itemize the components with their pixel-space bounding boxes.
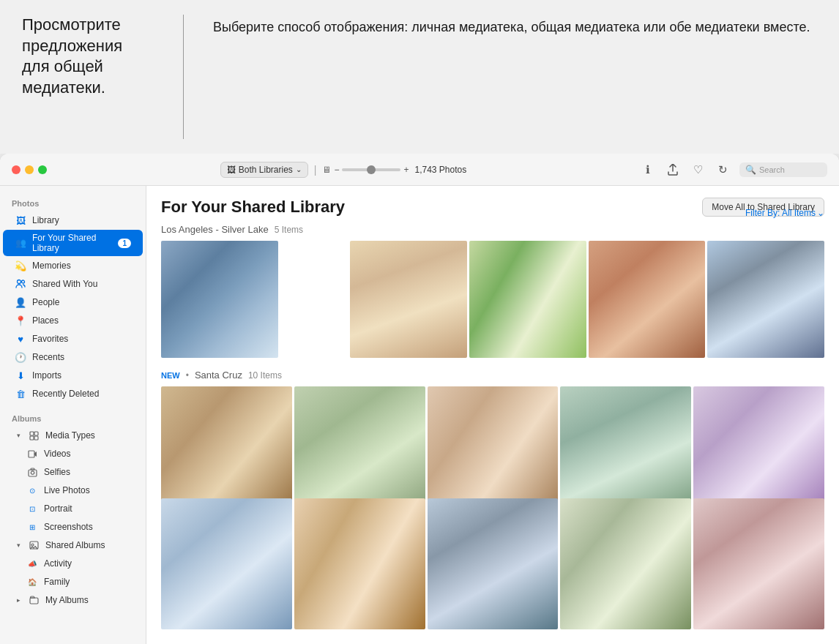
sidebar-item-media-types-toggle[interactable]: ▾ Media Types: [3, 427, 143, 444]
minimize-button[interactable]: [25, 165, 34, 174]
photo-cell[interactable]: [469, 241, 586, 358]
sidebar-item-library[interactable]: 🖼 Library: [3, 211, 143, 229]
photo-cell[interactable]: [560, 498, 691, 629]
tooltip-left-text: Просмотрите предложения для общей медиат…: [22, 15, 154, 139]
photo-cell[interactable]: [294, 498, 425, 629]
title-bar: 🖼 Both Libraries ⌄ | 🖥 − + 1,743 Photos …: [0, 154, 839, 186]
sidebar-item-videos[interactable]: Videos: [3, 445, 143, 463]
sidebar-label-recents: Recents: [32, 352, 131, 362]
sidebar-item-shared-albums-toggle[interactable]: ▾ Shared Albums: [3, 536, 143, 554]
media-types-icon: [28, 430, 40, 441]
tooltip-area: Просмотрите предложения для общей медиат…: [0, 0, 839, 154]
photo-cell[interactable]: [428, 498, 559, 629]
info-icon[interactable]: ℹ: [640, 162, 656, 178]
chevron-down-icon: ⌄: [817, 208, 824, 218]
photo-cell[interactable]: [161, 498, 292, 629]
zoom-slider[interactable]: [342, 168, 400, 171]
sidebar-label-selfies: Selfies: [44, 467, 131, 477]
sidebar-label-shared-albums: Shared Albums: [45, 540, 131, 550]
sidebar-item-screenshots[interactable]: ⊞ Screenshots: [3, 518, 143, 536]
sidebar-item-people[interactable]: 👤 People: [3, 293, 143, 311]
sidebar-item-live-photos[interactable]: ⊙ Live Photos: [3, 482, 143, 499]
share-icon[interactable]: [665, 162, 681, 178]
filter-button[interactable]: Filter By: All Items ⌄: [745, 208, 824, 218]
selfies-icon: [26, 466, 38, 478]
library-selector[interactable]: 🖼 Both Libraries ⌄: [220, 162, 308, 178]
sidebar-item-recents[interactable]: 🕐 Recents: [3, 348, 143, 366]
svg-point-1: [22, 280, 25, 283]
sidebar-item-places[interactable]: 📍 Places: [3, 312, 143, 329]
section2-count: 10 Items: [248, 370, 282, 381]
photo-cell[interactable]: [428, 386, 559, 517]
portrait-icon: ⊡: [26, 503, 38, 514]
library-selector-label: Both Libraries: [239, 165, 293, 175]
sidebar-label-places: Places: [32, 315, 131, 326]
maximize-button[interactable]: [38, 165, 47, 174]
zoom-minus[interactable]: −: [334, 165, 339, 175]
photo-cell[interactable]: [693, 498, 824, 629]
sidebar-item-recently-deleted[interactable]: 🗑 Recently Deleted: [3, 385, 143, 402]
sidebar-label-live-photos: Live Photos: [44, 485, 131, 495]
sidebar-item-activity[interactable]: 📣 Activity: [3, 555, 143, 572]
sidebar-item-my-albums-toggle[interactable]: ▸ My Albums: [3, 591, 143, 609]
zoom-controls: 🖥 − +: [322, 165, 409, 175]
photo-cell[interactable]: [161, 386, 292, 517]
zoom-plus[interactable]: +: [403, 165, 409, 175]
section2-header: NEW • Santa Cruz 10 Items: [161, 370, 824, 381]
albums-section-label: Albums: [0, 408, 146, 426]
sidebar-item-selfies[interactable]: Selfies: [3, 463, 143, 481]
sidebar-item-imports[interactable]: ⬇ Imports: [3, 367, 143, 384]
svg-rect-2: [30, 432, 34, 435]
heart-icon[interactable]: ♡: [690, 162, 706, 178]
toolbar-right: ℹ ♡ ↻ 🔍 Search: [640, 162, 827, 178]
shared-library-icon: 👥: [15, 237, 26, 249]
sidebar-label-screenshots: Screenshots: [44, 522, 131, 532]
photo-cell[interactable]: [161, 241, 278, 358]
toolbar-separator: |: [314, 164, 317, 176]
album-section-2: NEW • Santa Cruz 10 Items: [161, 370, 824, 608]
section2-location: Santa Cruz: [195, 370, 242, 381]
search-box[interactable]: 🔍 Search: [739, 162, 827, 177]
sidebar-item-favorites[interactable]: ♥ Favorites: [3, 330, 143, 348]
screenshots-icon: ⊞: [26, 521, 38, 533]
photos-section-label: Photos: [0, 193, 146, 211]
sidebar: Photos 🖼 Library 👥 For Your Shared Libra…: [0, 186, 146, 644]
sidebar-item-shared-with-you[interactable]: Shared With You: [3, 275, 143, 293]
photo-cell[interactable]: [350, 241, 467, 358]
photo-cell[interactable]: [560, 386, 691, 517]
sidebar-label-media-types: Media Types: [45, 430, 131, 441]
activity-icon: 📣: [26, 558, 38, 569]
rotate-icon[interactable]: ↻: [715, 162, 731, 178]
videos-icon: [26, 448, 38, 460]
sidebar-item-family[interactable]: 🏠 Family: [3, 573, 143, 591]
close-button[interactable]: [12, 165, 20, 174]
monitor-icon: 🖥: [322, 165, 331, 175]
chevron-down-icon: ⌄: [296, 165, 302, 173]
sidebar-item-portrait[interactable]: ⊡ Portrait: [3, 500, 143, 517]
traffic-lights: [12, 165, 47, 174]
photo-cell[interactable]: [707, 241, 824, 358]
sidebar-label-memories: Memories: [32, 261, 131, 271]
filter-label: Filter By: All Items: [745, 208, 816, 218]
memories-icon: 💫: [15, 260, 26, 272]
chevron-down-icon: ▾: [15, 542, 22, 549]
sidebar-item-memories[interactable]: 💫 Memories: [3, 257, 143, 274]
photo-cell[interactable]: [693, 386, 824, 517]
photo-cell[interactable]: [294, 386, 425, 517]
sidebar-label-library: Library: [32, 215, 131, 225]
tooltip-divider: [183, 15, 184, 139]
section1-header: Los Angeles - Silver Lake 5 Items: [161, 224, 824, 235]
chevron-right-icon: ▸: [15, 596, 22, 604]
content-area: For Your Shared Library Move All to Shar…: [146, 186, 839, 644]
sidebar-label-videos: Videos: [44, 449, 131, 459]
sidebar-label-recently-deleted: Recently Deleted: [32, 389, 131, 399]
section2-photo-grid-row2: [161, 498, 824, 608]
section2-photo-grid-row1: [161, 386, 824, 496]
shared-with-you-icon: [15, 278, 26, 290]
svg-rect-5: [34, 436, 38, 440]
svg-rect-9: [31, 468, 34, 470]
main-area: Photos 🖼 Library 👥 For Your Shared Libra…: [0, 186, 839, 644]
section1-count: 5 Items: [275, 225, 303, 235]
sidebar-item-for-shared[interactable]: 👥 For Your Shared Library 1: [3, 230, 143, 256]
photo-cell[interactable]: [589, 241, 706, 358]
